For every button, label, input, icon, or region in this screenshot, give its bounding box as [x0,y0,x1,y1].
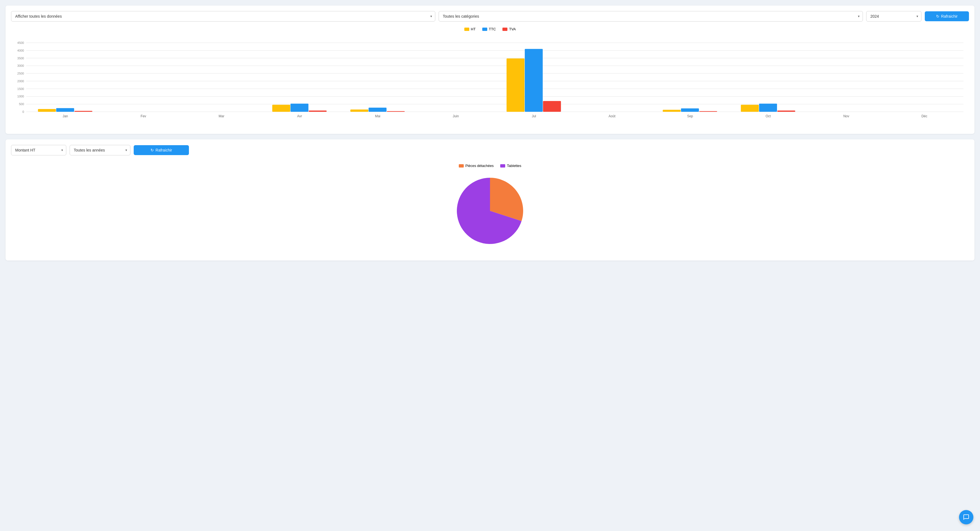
legend-tablettes-swatch [500,164,505,168]
svg-rect-41 [681,108,699,112]
legend-tva-swatch [503,28,508,31]
legend-tva: TVA [503,27,516,31]
legend-ttc-swatch [482,28,487,31]
year-filter2-wrapper: Toutes les années [70,145,130,155]
svg-text:1500: 1500 [18,87,24,90]
svg-text:2500: 2500 [18,72,24,75]
svg-text:2000: 2000 [18,79,24,83]
bar-chart-area: 050010001500200025003000350040004500JanF… [11,35,969,128]
category-filter-select[interactable]: Toutes les catégories [439,11,863,22]
legend-ht-label: HT [471,27,476,31]
svg-text:Mai: Mai [375,114,380,118]
year-filter2-select[interactable]: Toutes les années [70,145,130,155]
svg-text:0: 0 [22,110,24,113]
chat-button[interactable] [959,510,974,525]
legend-ttc-label: TTC [489,27,496,31]
svg-text:Déc: Déc [921,114,927,118]
svg-text:4000: 4000 [18,49,24,52]
legend-pieces-label: Pièces détachées [465,164,494,168]
svg-rect-30 [350,109,368,112]
year-filter-wrapper: 2024 [866,11,921,22]
svg-rect-32 [387,111,405,112]
data-filter-wrapper: Afficher toutes les données [11,11,435,22]
svg-rect-27 [291,104,309,112]
svg-rect-20 [38,109,56,112]
svg-text:Mar: Mar [219,114,224,118]
year-filter-select[interactable]: 2024 [866,11,921,22]
svg-text:Oct: Oct [766,114,771,118]
svg-rect-37 [543,101,561,112]
legend-ttc: TTC [482,27,496,31]
pie-chart-legend: Pièces détachées Tablettes [459,164,522,168]
pie-chart-svg [451,172,529,249]
svg-text:4500: 4500 [18,41,24,44]
svg-text:500: 500 [19,102,24,106]
legend-tablettes: Tablettes [500,164,521,168]
svg-text:Jan: Jan [63,114,68,118]
legend-tva-label: TVA [509,27,516,31]
svg-rect-21 [56,108,74,112]
svg-rect-28 [309,111,327,112]
data-filter-select[interactable]: Afficher toutes les données [11,11,435,22]
svg-text:Jul: Jul [532,114,536,118]
bar-chart-card: Afficher toutes les données Toutes les c… [6,6,974,134]
svg-text:3000: 3000 [18,64,24,67]
pie-chart-container: Pièces détachées Tablettes [11,161,969,255]
category-filter-wrapper: Toutes les catégories [439,11,863,22]
amount-filter-wrapper: Montant HT [11,145,66,155]
bar-chart-refresh-label: Rafraichir [941,14,958,19]
svg-text:Août: Août [608,114,616,118]
legend-pieces: Pièces détachées [459,164,494,168]
svg-text:3500: 3500 [18,57,24,60]
svg-rect-44 [741,105,759,112]
svg-rect-36 [525,49,543,112]
svg-text:Juin: Juin [453,114,459,118]
pie-chart-card: Montant HT Toutes les années ↻ Rafraichi… [6,139,974,260]
svg-text:Fev: Fev [141,114,146,118]
bar-chart-legend: HT TTC TVA [11,27,969,31]
amount-filter-select[interactable]: Montant HT [11,145,66,155]
svg-rect-40 [663,110,681,112]
svg-rect-22 [74,111,92,112]
svg-rect-26 [272,105,290,112]
svg-text:Sep: Sep [687,114,693,118]
pie-chart-refresh-label: Rafraichir [156,148,172,152]
svg-rect-35 [507,59,525,112]
legend-tablettes-label: Tablettes [507,164,521,168]
pie-chart-controls: Montant HT Toutes les années ↻ Rafraichi… [11,145,969,155]
svg-text:Avr: Avr [297,114,302,118]
svg-text:Nov: Nov [843,114,849,118]
pie-refresh-icon: ↻ [151,148,154,152]
bar-chart-controls: Afficher toutes les données Toutes les c… [11,11,969,22]
refresh-icon: ↻ [936,14,939,19]
pie-chart-refresh-button[interactable]: ↻ Rafraichir [134,145,189,155]
svg-rect-42 [699,111,717,112]
legend-pieces-swatch [459,164,464,168]
svg-rect-46 [777,111,795,112]
svg-text:1000: 1000 [18,95,24,98]
legend-ht-swatch [464,28,469,31]
bar-chart-svg: 050010001500200025003000350040004500JanF… [11,35,969,128]
svg-rect-45 [759,104,777,112]
svg-rect-31 [369,108,387,112]
chat-icon [963,514,969,520]
bar-chart-refresh-button[interactable]: ↻ Rafraichir [925,11,969,21]
legend-ht: HT [464,27,476,31]
